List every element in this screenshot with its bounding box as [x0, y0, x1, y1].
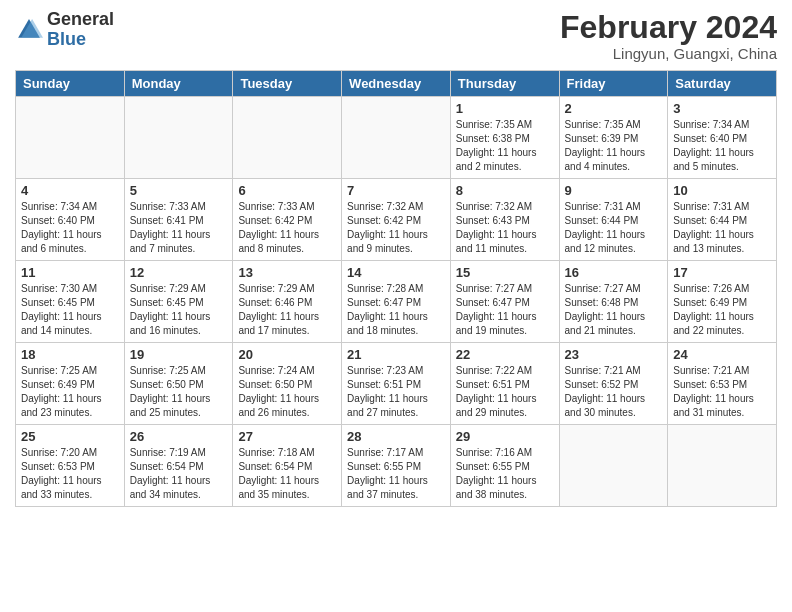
calendar-cell: 23Sunrise: 7:21 AM Sunset: 6:52 PM Dayli… — [559, 343, 668, 425]
calendar-cell: 5Sunrise: 7:33 AM Sunset: 6:41 PM Daylig… — [124, 179, 233, 261]
day-of-week-tuesday: Tuesday — [233, 71, 342, 97]
calendar-week-4: 25Sunrise: 7:20 AM Sunset: 6:53 PM Dayli… — [16, 425, 777, 507]
day-info: Sunrise: 7:16 AM Sunset: 6:55 PM Dayligh… — [456, 446, 554, 502]
day-number: 27 — [238, 429, 336, 444]
day-number: 12 — [130, 265, 228, 280]
day-number: 19 — [130, 347, 228, 362]
calendar-cell: 7Sunrise: 7:32 AM Sunset: 6:42 PM Daylig… — [342, 179, 451, 261]
calendar-cell: 3Sunrise: 7:34 AM Sunset: 6:40 PM Daylig… — [668, 97, 777, 179]
calendar-cell: 29Sunrise: 7:16 AM Sunset: 6:55 PM Dayli… — [450, 425, 559, 507]
day-number: 1 — [456, 101, 554, 116]
day-of-week-saturday: Saturday — [668, 71, 777, 97]
calendar-cell — [342, 97, 451, 179]
day-info: Sunrise: 7:20 AM Sunset: 6:53 PM Dayligh… — [21, 446, 119, 502]
calendar-cell: 6Sunrise: 7:33 AM Sunset: 6:42 PM Daylig… — [233, 179, 342, 261]
day-number: 29 — [456, 429, 554, 444]
calendar-cell: 17Sunrise: 7:26 AM Sunset: 6:49 PM Dayli… — [668, 261, 777, 343]
calendar-cell: 20Sunrise: 7:24 AM Sunset: 6:50 PM Dayli… — [233, 343, 342, 425]
day-of-week-thursday: Thursday — [450, 71, 559, 97]
page: General Blue February 2024 Lingyun, Guan… — [0, 0, 792, 612]
calendar-week-3: 18Sunrise: 7:25 AM Sunset: 6:49 PM Dayli… — [16, 343, 777, 425]
day-info: Sunrise: 7:33 AM Sunset: 6:42 PM Dayligh… — [238, 200, 336, 256]
logo-icon — [15, 16, 43, 44]
calendar-cell: 8Sunrise: 7:32 AM Sunset: 6:43 PM Daylig… — [450, 179, 559, 261]
day-of-week-sunday: Sunday — [16, 71, 125, 97]
title-block: February 2024 Lingyun, Guangxi, China — [560, 10, 777, 62]
day-number: 17 — [673, 265, 771, 280]
day-info: Sunrise: 7:32 AM Sunset: 6:43 PM Dayligh… — [456, 200, 554, 256]
day-info: Sunrise: 7:34 AM Sunset: 6:40 PM Dayligh… — [673, 118, 771, 174]
day-info: Sunrise: 7:21 AM Sunset: 6:52 PM Dayligh… — [565, 364, 663, 420]
day-number: 21 — [347, 347, 445, 362]
calendar-cell: 25Sunrise: 7:20 AM Sunset: 6:53 PM Dayli… — [16, 425, 125, 507]
calendar-cell: 22Sunrise: 7:22 AM Sunset: 6:51 PM Dayli… — [450, 343, 559, 425]
calendar-cell — [233, 97, 342, 179]
day-info: Sunrise: 7:25 AM Sunset: 6:50 PM Dayligh… — [130, 364, 228, 420]
day-number: 3 — [673, 101, 771, 116]
logo: General Blue — [15, 10, 114, 50]
day-info: Sunrise: 7:26 AM Sunset: 6:49 PM Dayligh… — [673, 282, 771, 338]
calendar-cell: 24Sunrise: 7:21 AM Sunset: 6:53 PM Dayli… — [668, 343, 777, 425]
day-number: 13 — [238, 265, 336, 280]
day-info: Sunrise: 7:28 AM Sunset: 6:47 PM Dayligh… — [347, 282, 445, 338]
calendar-cell: 9Sunrise: 7:31 AM Sunset: 6:44 PM Daylig… — [559, 179, 668, 261]
day-number: 4 — [21, 183, 119, 198]
calendar-cell: 19Sunrise: 7:25 AM Sunset: 6:50 PM Dayli… — [124, 343, 233, 425]
calendar-cell: 2Sunrise: 7:35 AM Sunset: 6:39 PM Daylig… — [559, 97, 668, 179]
header: General Blue February 2024 Lingyun, Guan… — [15, 10, 777, 62]
day-number: 9 — [565, 183, 663, 198]
day-info: Sunrise: 7:31 AM Sunset: 6:44 PM Dayligh… — [673, 200, 771, 256]
day-number: 8 — [456, 183, 554, 198]
calendar-cell — [668, 425, 777, 507]
day-number: 7 — [347, 183, 445, 198]
day-number: 20 — [238, 347, 336, 362]
calendar-cell: 11Sunrise: 7:30 AM Sunset: 6:45 PM Dayli… — [16, 261, 125, 343]
day-number: 15 — [456, 265, 554, 280]
calendar-cell: 15Sunrise: 7:27 AM Sunset: 6:47 PM Dayli… — [450, 261, 559, 343]
calendar-cell: 12Sunrise: 7:29 AM Sunset: 6:45 PM Dayli… — [124, 261, 233, 343]
day-of-week-wednesday: Wednesday — [342, 71, 451, 97]
calendar-cell: 28Sunrise: 7:17 AM Sunset: 6:55 PM Dayli… — [342, 425, 451, 507]
calendar-cell: 21Sunrise: 7:23 AM Sunset: 6:51 PM Dayli… — [342, 343, 451, 425]
day-number: 24 — [673, 347, 771, 362]
logo-text: General Blue — [47, 10, 114, 50]
day-info: Sunrise: 7:24 AM Sunset: 6:50 PM Dayligh… — [238, 364, 336, 420]
day-number: 25 — [21, 429, 119, 444]
day-info: Sunrise: 7:19 AM Sunset: 6:54 PM Dayligh… — [130, 446, 228, 502]
day-number: 10 — [673, 183, 771, 198]
calendar-cell: 10Sunrise: 7:31 AM Sunset: 6:44 PM Dayli… — [668, 179, 777, 261]
day-info: Sunrise: 7:18 AM Sunset: 6:54 PM Dayligh… — [238, 446, 336, 502]
day-info: Sunrise: 7:27 AM Sunset: 6:48 PM Dayligh… — [565, 282, 663, 338]
day-of-week-monday: Monday — [124, 71, 233, 97]
day-number: 5 — [130, 183, 228, 198]
calendar-cell: 16Sunrise: 7:27 AM Sunset: 6:48 PM Dayli… — [559, 261, 668, 343]
day-info: Sunrise: 7:33 AM Sunset: 6:41 PM Dayligh… — [130, 200, 228, 256]
calendar-cell: 26Sunrise: 7:19 AM Sunset: 6:54 PM Dayli… — [124, 425, 233, 507]
day-info: Sunrise: 7:27 AM Sunset: 6:47 PM Dayligh… — [456, 282, 554, 338]
calendar-cell: 13Sunrise: 7:29 AM Sunset: 6:46 PM Dayli… — [233, 261, 342, 343]
day-number: 28 — [347, 429, 445, 444]
logo-general-text: General — [47, 10, 114, 30]
day-info: Sunrise: 7:34 AM Sunset: 6:40 PM Dayligh… — [21, 200, 119, 256]
day-info: Sunrise: 7:25 AM Sunset: 6:49 PM Dayligh… — [21, 364, 119, 420]
calendar-cell — [16, 97, 125, 179]
day-info: Sunrise: 7:30 AM Sunset: 6:45 PM Dayligh… — [21, 282, 119, 338]
day-info: Sunrise: 7:29 AM Sunset: 6:46 PM Dayligh… — [238, 282, 336, 338]
logo-blue-text: Blue — [47, 30, 114, 50]
calendar-cell: 1Sunrise: 7:35 AM Sunset: 6:38 PM Daylig… — [450, 97, 559, 179]
calendar-cell — [559, 425, 668, 507]
day-info: Sunrise: 7:22 AM Sunset: 6:51 PM Dayligh… — [456, 364, 554, 420]
day-info: Sunrise: 7:23 AM Sunset: 6:51 PM Dayligh… — [347, 364, 445, 420]
calendar-week-1: 4Sunrise: 7:34 AM Sunset: 6:40 PM Daylig… — [16, 179, 777, 261]
month-title: February 2024 — [560, 10, 777, 45]
calendar-week-0: 1Sunrise: 7:35 AM Sunset: 6:38 PM Daylig… — [16, 97, 777, 179]
location: Lingyun, Guangxi, China — [560, 45, 777, 62]
day-info: Sunrise: 7:35 AM Sunset: 6:39 PM Dayligh… — [565, 118, 663, 174]
calendar-header-row: SundayMondayTuesdayWednesdayThursdayFrid… — [16, 71, 777, 97]
day-number: 11 — [21, 265, 119, 280]
day-number: 18 — [21, 347, 119, 362]
day-number: 16 — [565, 265, 663, 280]
day-info: Sunrise: 7:32 AM Sunset: 6:42 PM Dayligh… — [347, 200, 445, 256]
calendar-cell: 14Sunrise: 7:28 AM Sunset: 6:47 PM Dayli… — [342, 261, 451, 343]
day-of-week-friday: Friday — [559, 71, 668, 97]
